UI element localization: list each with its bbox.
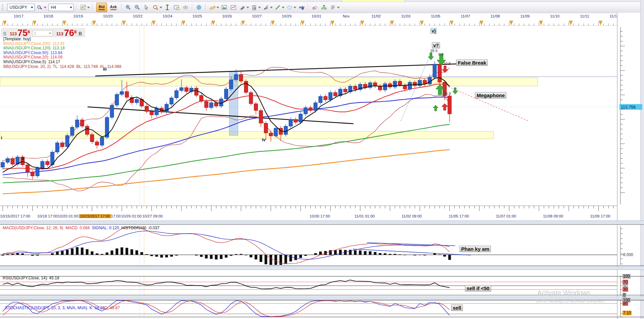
- rsi-header: RSI(USD/JPY.Close, 14): 45.18: [3, 276, 59, 280]
- stoch-k-value: K: 34.26: [90, 306, 105, 310]
- annotation-value: 10.8: [443, 62, 450, 66]
- annotation-value: 0.9: [438, 52, 443, 56]
- annotation-megaphone[interactable]: Megaphone: [475, 92, 506, 98]
- stoch-note-label[interactable]: sell: [451, 305, 463, 311]
- current-price-tag: 113.756: [619, 104, 642, 110]
- macd-header-part: HISTOGRAM: -0.037: [122, 226, 160, 230]
- annotation-value: 39.9: [430, 49, 437, 53]
- indicator-legend-line: MVA(USD/JPY.Close,20): 114.09: [3, 55, 121, 60]
- buy-price-pip[interactable]: 8: [74, 27, 76, 37]
- buy-price-figure[interactable]: 113: [56, 31, 63, 37]
- stoch-header-label: STOCHASTIC(USD/JPY, 10, 3, 3, MVA, MVA): [5, 306, 90, 310]
- activate-windows-watermark: Activate Windows: [537, 289, 590, 297]
- buy-side-label[interactable]: B: [79, 30, 82, 37]
- sell-price-pip[interactable]: 6: [28, 27, 30, 37]
- macd-header-part: SIGNAL: 0.120: [92, 226, 121, 230]
- rsi-scale-30: 30: [622, 287, 628, 292]
- macd-divergence-label[interactable]: Phan ky am: [460, 246, 491, 252]
- rsi-scale-0: 0: [622, 293, 626, 297]
- current-price-value: 113.756: [621, 105, 636, 109]
- macd-header: MACD(USD/JPY.Close, 12, 26, 9) MACD: 0.0…: [3, 226, 160, 230]
- wave-label-i[interactable]: i: [1, 135, 2, 140]
- annotation-v[interactable]: v?: [432, 42, 440, 48]
- rsi-scale-100: 100: [622, 274, 631, 279]
- annotation-v[interactable]: v): [430, 28, 437, 34]
- lot-size-value: 1: [34, 31, 36, 35]
- chevron-down-icon: [49, 33, 52, 34]
- annotation-falsebreak[interactable]: False Break: [456, 59, 488, 66]
- time-axis-selected-date: 10/23/2017 17:00: [79, 214, 111, 218]
- buy-price-main[interactable]: 76: [64, 29, 74, 37]
- indicator-legend-line: MVA(USD/JPY.Close,200): 112.91: [3, 42, 121, 46]
- template-label: [Template: huy]: [3, 37, 121, 42]
- annotation-value: 26.8: [444, 91, 451, 95]
- wave-label-ii[interactable]: ii: [22, 156, 24, 161]
- activate-windows-hint: Go to Settings to activate Windows.: [536, 298, 605, 304]
- rsi-note-label[interactable]: sell if <50: [465, 285, 491, 291]
- indicator-legend-line: MVA(USD/JPY.Close,5): 114.17: [3, 60, 121, 65]
- indicator-legend-line: MVA(USD/JPY.Close,50): 113.84: [3, 51, 121, 55]
- quote-box: S 113 75 6 1 113 76 8 B: [1, 28, 85, 37]
- sell-price-main[interactable]: 75: [18, 29, 28, 37]
- sell-side-label[interactable]: S: [3, 30, 6, 37]
- indicator-legend-line: MVA(USD/JPY.Close,120): 113.18: [3, 46, 121, 51]
- stoch-d-value: D: 49.87: [105, 306, 120, 310]
- lot-size-combo[interactable]: 1: [33, 30, 53, 36]
- macd-zero-label: 0.000: [622, 252, 634, 257]
- indicator-legend: [Template: huy] MVA(USD/JPY.Close,200): …: [3, 37, 121, 69]
- stoch-value-tag: 7.10: [622, 311, 632, 315]
- macd-header-part: MACD(USD/JPY.Close, 12, 26, 9): [3, 226, 66, 230]
- sell-price-figure[interactable]: 113: [10, 31, 17, 37]
- macd-header-part: MACD: 0.084: [66, 226, 92, 230]
- wave-label-iv[interactable]: iv: [262, 137, 266, 142]
- wave-label-iii[interactable]: iii: [103, 67, 107, 72]
- stoch-scale-80: 80: [622, 301, 628, 306]
- stoch-header: STOCHASTIC(USD/JPY, 10, 3, 3, MVA, MVA) …: [3, 301, 120, 310]
